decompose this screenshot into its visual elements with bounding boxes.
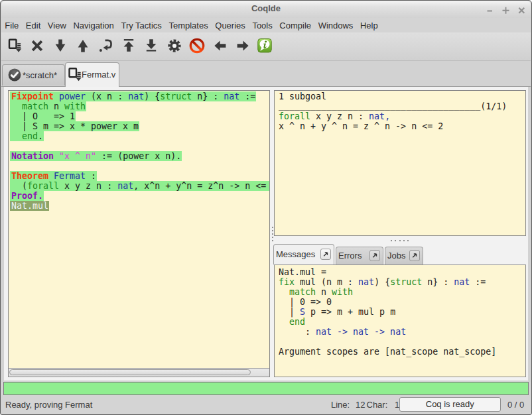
status-counter: 0 / 0 (507, 400, 524, 410)
editor[interactable]: Fixpoint power (x n : nat) {struct n} : … (8, 90, 270, 377)
messages-tab-label: Messages (276, 249, 315, 259)
restart-button[interactable] (119, 38, 139, 56)
code-line: Argument scopes are [nat_scope nat_scope… (279, 347, 525, 357)
gear-icon (166, 38, 182, 56)
progress-bar (3, 382, 529, 395)
buffer-save-icon (7, 38, 23, 56)
editor-hscrollbar-thumb[interactable] (9, 369, 251, 376)
menu-tools[interactable]: Tools (249, 19, 276, 32)
grip-dot-icon (399, 240, 401, 241)
arrow-right-icon (235, 38, 251, 56)
minimize-button[interactable] (484, 5, 495, 15)
forward-one-button[interactable] (50, 38, 70, 56)
vertical-pane-splitter[interactable] (271, 227, 274, 241)
code-line[interactable] (10, 141, 269, 151)
arrow-down-icon (52, 38, 68, 56)
fully-check-button[interactable] (165, 38, 184, 56)
grip-dot-icon (272, 240, 273, 241)
menu-edit[interactable]: Edit (23, 19, 44, 32)
grip-dot-icon (272, 233, 273, 235)
interrupt-icon (189, 38, 205, 56)
grip-dot-icon (272, 227, 273, 228)
grip-dot-icon (272, 230, 273, 231)
code-line: match n with (279, 287, 525, 297)
save-button[interactable] (5, 38, 25, 56)
code-line[interactable]: | S m => x * power x m (10, 121, 269, 131)
arrow-up-icon (75, 38, 91, 56)
titlebar[interactable]: CoqIde (1, 1, 531, 18)
maximize-button[interactable] (500, 5, 511, 15)
menu-windows[interactable]: Windows (314, 19, 356, 32)
status-message: Ready, proving Fermat (5, 400, 92, 410)
messages-panel[interactable]: Nat.mul =fix mul (n m : nat) {struct n} … (274, 265, 526, 377)
code-line: Nat.mul = (279, 267, 525, 277)
tab--scratch-[interactable]: *scratch* (2, 64, 65, 86)
buffer-save-icon (68, 67, 82, 82)
goal-panel[interactable]: 1 subgoal_______________________________… (274, 90, 526, 236)
code-line (279, 337, 525, 347)
backward-one-button[interactable] (73, 38, 93, 56)
code-line[interactable]: Nat.mul (10, 201, 269, 211)
status-bar: Ready, proving Fermat Line: 12 Char: 1 C… (1, 395, 531, 414)
editor-hscrollbar[interactable] (9, 368, 269, 377)
arrow-top-icon (121, 38, 137, 56)
code-line[interactable]: (forall x y z n : nat, x^n + y^n = z^n -… (10, 181, 269, 191)
next-occurrence-button[interactable] (233, 38, 253, 56)
messages-tab-label: Errors (338, 251, 362, 261)
code-line: | S p => m + mul p m (279, 307, 525, 317)
code-line[interactable]: | O => 1 (10, 111, 269, 121)
menubar: FileEditViewNavigationTry TacticsTemplat… (1, 18, 531, 32)
grip-dot-icon (395, 240, 396, 241)
info-icon (257, 38, 273, 56)
menu-help[interactable]: Help (357, 19, 381, 32)
detach-messages-button[interactable] (320, 249, 331, 260)
code-line: forall x y z n : nat, (279, 111, 525, 121)
code-line: : nat -> nat -> nat (279, 327, 525, 337)
go-to-end-button[interactable] (141, 38, 161, 56)
detach-errors-button[interactable] (369, 250, 380, 261)
messages-tab-jobs[interactable]: Jobs (385, 247, 423, 265)
coq-state-indicator: Coq is ready (399, 397, 501, 412)
tab-fermat-v[interactable]: Fermat.v (65, 62, 119, 87)
code-line[interactable] (10, 161, 269, 171)
check-circle-icon (7, 68, 22, 82)
menu-try-tactics[interactable]: Try Tactics (117, 19, 165, 32)
messages-tab-label: Jobs (387, 251, 405, 261)
code-line[interactable]: end. (10, 131, 269, 141)
tab-label: Fermat.v (82, 70, 115, 80)
messages-tab-errors[interactable]: Errors (336, 247, 383, 265)
code-line[interactable]: Notation "x ^ n" := (power x n). (10, 151, 269, 161)
previous-occurrence-button[interactable] (210, 38, 230, 56)
grip-dot-icon (391, 240, 392, 241)
code-line[interactable]: Proof. (10, 191, 269, 201)
horizontal-pane-splitter[interactable] (391, 239, 409, 241)
toolbar (1, 32, 531, 61)
go-to-cursor-button[interactable] (96, 38, 116, 56)
grip-dot-icon (272, 237, 273, 238)
code-line[interactable]: match n with (10, 101, 269, 111)
code-line: x ^ n + y ^ n = z ^ n -> n <= 2 (279, 121, 525, 131)
notebook-page: Fixpoint power (x n : nat) {struct n} : … (1, 86, 531, 382)
status-line-label: Line: (331, 400, 350, 410)
messages-tab-messages[interactable]: Messages (273, 244, 334, 265)
menu-view[interactable]: View (44, 19, 70, 32)
code-line: | 0 => 0 (279, 297, 525, 307)
arrow-left-icon (212, 38, 228, 56)
code-line: end (279, 317, 525, 327)
status-char-label: Char: (367, 400, 388, 410)
close-buffer-button[interactable] (27, 38, 47, 56)
coqide-window: CoqIde FileEditViewNavigationTry Tactics… (0, 0, 532, 415)
menu-templates[interactable]: Templates (165, 19, 212, 32)
close-x-icon (29, 38, 45, 56)
about-button[interactable] (255, 38, 275, 56)
code-line: ______________________________________(1… (279, 101, 525, 111)
menu-file[interactable]: File (1, 19, 23, 32)
menu-compile[interactable]: Compile (276, 19, 314, 32)
detach-jobs-button[interactable] (409, 250, 420, 261)
menu-queries[interactable]: Queries (212, 19, 249, 32)
code-line[interactable]: Theorem Fermat : (10, 171, 269, 181)
close-button[interactable] (516, 5, 527, 15)
interrupt-button[interactable] (187, 38, 207, 56)
menu-navigation[interactable]: Navigation (70, 19, 117, 32)
code-line[interactable]: Fixpoint power (x n : nat) {struct n} : … (10, 91, 269, 101)
